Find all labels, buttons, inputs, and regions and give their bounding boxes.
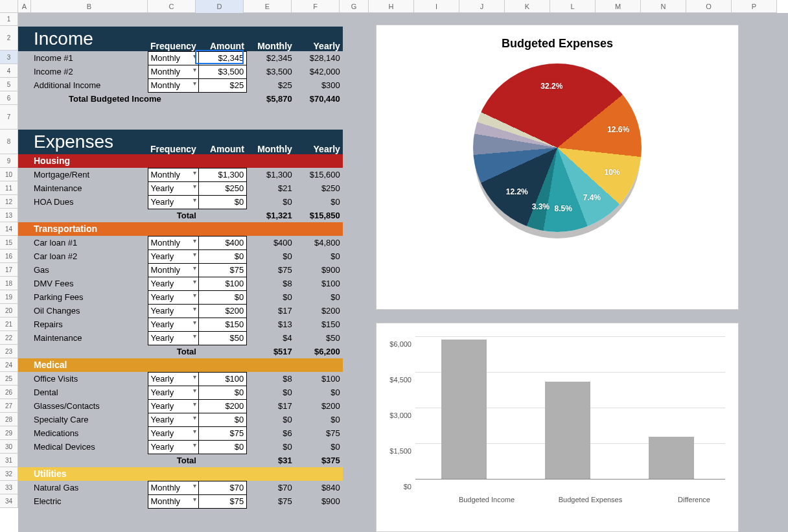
row-header-18[interactable]: 18: [0, 277, 17, 290]
col-header-N[interactable]: N: [641, 0, 686, 13]
amount-input[interactable]: $0: [199, 249, 247, 263]
row-header-30[interactable]: 30: [0, 440, 17, 454]
row-header-31[interactable]: 31: [0, 454, 17, 467]
pie-chart[interactable]: Budgeted Expenses 32.2%12.6%10%7.4%8.5%3…: [376, 25, 739, 310]
row-header-24[interactable]: 24: [0, 358, 17, 372]
col-header-K[interactable]: K: [505, 0, 550, 13]
row-header-13[interactable]: 13: [0, 209, 17, 222]
row-header-5[interactable]: 5: [0, 78, 17, 91]
amount-input[interactable]: $400: [199, 236, 247, 249]
amount-input[interactable]: $100: [199, 277, 247, 290]
row-header-21[interactable]: 21: [0, 318, 17, 331]
amount-input[interactable]: $0: [199, 386, 247, 399]
frequency-dropdown[interactable]: Monthly: [148, 65, 199, 78]
col-header-D[interactable]: D: [196, 0, 244, 13]
row-header-15[interactable]: 15: [0, 236, 17, 249]
amount-input[interactable]: $0: [199, 290, 247, 304]
amount-input[interactable]: $75: [199, 426, 247, 440]
frequency-dropdown[interactable]: Yearly: [148, 195, 199, 209]
amount-input[interactable]: $0: [199, 440, 247, 454]
amount-input[interactable]: $75: [199, 494, 247, 508]
row-header-20[interactable]: 20: [0, 304, 17, 318]
row-header-17[interactable]: 17: [0, 263, 17, 277]
amount-input[interactable]: $100: [199, 372, 247, 386]
col-header-M[interactable]: M: [596, 0, 641, 13]
frequency-dropdown[interactable]: Yearly: [148, 304, 199, 318]
row-header-34[interactable]: 34: [0, 494, 17, 508]
row-header-3[interactable]: 3: [0, 51, 17, 64]
frequency-dropdown[interactable]: Monthly: [148, 494, 199, 508]
amount-input[interactable]: $2,345: [199, 51, 247, 65]
frequency-dropdown[interactable]: Monthly: [148, 263, 199, 277]
row-header-32[interactable]: 32: [0, 467, 17, 481]
row-header-14[interactable]: 14: [0, 222, 17, 236]
frequency-dropdown[interactable]: Yearly: [148, 426, 199, 440]
amount-input[interactable]: $75: [199, 263, 247, 277]
row-header-9[interactable]: 9: [0, 154, 17, 168]
row-header-1[interactable]: 1: [0, 13, 17, 26]
col-header-B[interactable]: B: [31, 0, 148, 13]
amount-input[interactable]: $3,500: [199, 65, 247, 78]
frequency-dropdown[interactable]: Yearly: [148, 399, 199, 413]
col-header-L[interactable]: L: [550, 0, 596, 13]
col-header-O[interactable]: O: [686, 0, 732, 13]
row-header-23[interactable]: 23: [0, 345, 17, 358]
amount-input[interactable]: $25: [199, 78, 247, 92]
row-header-27[interactable]: 27: [0, 399, 17, 413]
amount-input[interactable]: $0: [199, 413, 247, 426]
column-headers[interactable]: ABCDEFGHIJKLMNOP: [18, 0, 777, 13]
col-header-H[interactable]: H: [369, 0, 414, 13]
row-header-28[interactable]: 28: [0, 413, 17, 426]
row-header-7[interactable]: 7: [0, 105, 17, 130]
col-header-P[interactable]: P: [732, 0, 777, 13]
frequency-dropdown[interactable]: Monthly: [148, 78, 199, 92]
row-header-33[interactable]: 33: [0, 481, 17, 494]
frequency-dropdown[interactable]: Yearly: [148, 413, 199, 426]
frequency-dropdown[interactable]: Yearly: [148, 277, 199, 290]
row-header-8[interactable]: 8: [0, 130, 17, 154]
amount-input[interactable]: $150: [199, 318, 247, 331]
amount-input[interactable]: $1,300: [199, 168, 247, 181]
amount-input[interactable]: $50: [199, 331, 247, 345]
row-header-26[interactable]: 26: [0, 386, 17, 399]
row-header-25[interactable]: 25: [0, 372, 17, 386]
col-header-I[interactable]: I: [414, 0, 459, 13]
amount-input[interactable]: $250: [199, 181, 247, 195]
row-header-22[interactable]: 22: [0, 331, 17, 345]
row-header-4[interactable]: 4: [0, 64, 17, 78]
amount-input[interactable]: $70: [199, 481, 247, 494]
frequency-dropdown[interactable]: Yearly: [148, 372, 199, 386]
col-header-C[interactable]: C: [148, 0, 196, 13]
frequency-dropdown[interactable]: Yearly: [148, 181, 199, 195]
row-header-12[interactable]: 12: [0, 195, 17, 209]
frequency-dropdown[interactable]: Monthly: [148, 236, 199, 249]
amount-input[interactable]: $200: [199, 304, 247, 318]
amount-input[interactable]: $0: [199, 195, 247, 209]
row-headers[interactable]: 1234567891011121314151617181920212223242…: [0, 13, 18, 508]
amount-input[interactable]: $200: [199, 399, 247, 413]
col-header-G[interactable]: G: [340, 0, 369, 13]
spreadsheet-grid[interactable]: Income Frequency Amount Monthly Yearly I…: [18, 13, 788, 532]
row-header-19[interactable]: 19: [0, 290, 17, 304]
col-header-F[interactable]: F: [292, 0, 340, 13]
row-header-16[interactable]: 16: [0, 249, 17, 263]
row-header-2[interactable]: 2: [0, 26, 17, 51]
row-header-6[interactable]: 6: [0, 91, 17, 105]
corner-cell[interactable]: [0, 0, 18, 13]
frequency-dropdown[interactable]: Monthly: [148, 51, 199, 65]
frequency-dropdown[interactable]: Yearly: [148, 290, 199, 304]
frequency-dropdown[interactable]: Yearly: [148, 386, 199, 399]
frequency-dropdown[interactable]: Monthly: [148, 168, 199, 181]
frequency-dropdown[interactable]: Yearly: [148, 318, 199, 331]
bar-chart[interactable]: $0$1,500$3,000$4,500$6,000Budgeted Incom…: [376, 323, 739, 532]
row-header-11[interactable]: 11: [0, 181, 17, 195]
frequency-dropdown[interactable]: Yearly: [148, 440, 199, 454]
col-header-E[interactable]: E: [244, 0, 292, 13]
frequency-dropdown[interactable]: Monthly: [148, 481, 199, 494]
frequency-dropdown[interactable]: Yearly: [148, 249, 199, 263]
frequency-dropdown[interactable]: Yearly: [148, 331, 199, 345]
row-header-10[interactable]: 10: [0, 168, 17, 181]
row-header-29[interactable]: 29: [0, 426, 17, 440]
col-header-J[interactable]: J: [459, 0, 505, 13]
col-header-A[interactable]: A: [18, 0, 31, 13]
